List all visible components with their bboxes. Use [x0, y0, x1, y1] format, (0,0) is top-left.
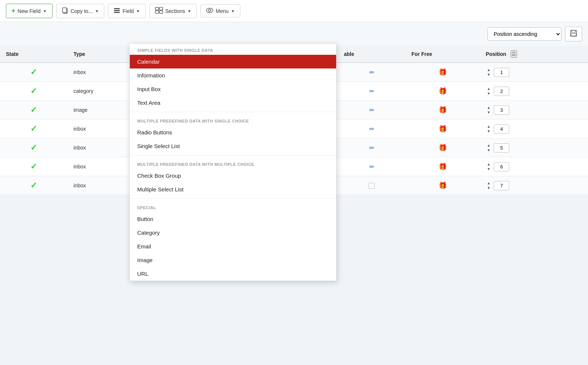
cell-forfree: 🎁	[406, 120, 480, 138]
gift-icon[interactable]: 🎁	[439, 182, 447, 189]
dropdown-item-calendar[interactable]: Calendar	[130, 55, 336, 68]
dropdown-item-radio-buttons[interactable]: Radio Buttons	[130, 125, 336, 139]
position-controls: ▲ ▼	[486, 181, 582, 190]
position-down-button[interactable]: ▼	[486, 186, 492, 190]
new-field-button[interactable]: + New Field ▼	[6, 4, 53, 18]
cell-state: ✓	[0, 157, 68, 176]
col-header-state: State	[0, 46, 68, 63]
cell-position: ▲ ▼	[480, 101, 588, 120]
svg-rect-2	[114, 8, 120, 9]
cell-state: ✓	[0, 176, 68, 195]
sections-button[interactable]: Sections ▼	[149, 4, 197, 18]
dropdown-item-input-box[interactable]: Input Box	[130, 82, 336, 96]
dropdown-divider	[130, 198, 336, 199]
cell-editable: ✏	[338, 157, 406, 176]
position-up-button[interactable]: ▲	[486, 143, 492, 148]
dropdown-item-url[interactable]: URL	[130, 267, 336, 281]
edit-icon[interactable]: ✏	[369, 88, 374, 94]
dropdown-item-email[interactable]: Email	[130, 240, 336, 253]
svg-point-9	[206, 8, 213, 13]
gift-icon[interactable]: 🎁	[439, 87, 447, 95]
state-check-icon: ✓	[30, 86, 37, 96]
cell-forfree: 🎁	[406, 157, 480, 176]
menu-chevron: ▼	[231, 9, 235, 13]
dropdown-item-text-area[interactable]: Text Area	[130, 96, 336, 110]
dropdown-item-button[interactable]: Button	[130, 212, 336, 226]
dropdown-item-information[interactable]: Information	[130, 68, 336, 82]
dropdown-item-single-select-list[interactable]: Single Select List	[130, 139, 336, 153]
cell-forfree: 🎁	[406, 101, 480, 120]
position-down-button[interactable]: ▼	[486, 167, 492, 171]
editable-checkbox[interactable]	[369, 183, 375, 189]
new-field-label: New Field	[18, 8, 41, 14]
cell-forfree: 🎁	[406, 63, 480, 82]
svg-rect-6	[159, 7, 163, 10]
svg-rect-4	[114, 12, 120, 13]
position-input[interactable]	[494, 143, 509, 153]
table-area: Position ascending Position descending N…	[0, 22, 588, 195]
copy-icon	[62, 7, 68, 15]
edit-icon[interactable]: ✏	[369, 69, 374, 76]
svg-point-10	[209, 9, 211, 11]
svg-rect-12	[572, 30, 575, 33]
dropdown-item-multiple-select-list[interactable]: Multiple Select List	[130, 182, 336, 196]
edit-icon[interactable]: ✏	[369, 107, 374, 113]
cell-state: ✓	[0, 82, 68, 101]
dropdown-section-header-3: SPECIAL	[130, 201, 336, 212]
edit-icon[interactable]: ✏	[369, 164, 374, 170]
col-header-position: Position ☰	[480, 46, 588, 63]
position-input[interactable]	[494, 68, 509, 77]
position-input[interactable]	[494, 181, 509, 190]
position-menu-icon[interactable]: ☰	[511, 50, 517, 58]
cell-position: ▲ ▼	[480, 157, 588, 176]
position-controls: ▲ ▼	[486, 124, 582, 134]
position-input[interactable]	[494, 106, 509, 115]
copy-to-button[interactable]: Copy to... ▼	[56, 4, 105, 18]
position-up-button[interactable]: ▲	[486, 68, 492, 72]
position-down-button[interactable]: ▼	[486, 129, 492, 134]
position-down-button[interactable]: ▼	[486, 91, 492, 96]
position-input[interactable]	[494, 124, 509, 134]
position-up-button[interactable]: ▲	[486, 162, 492, 167]
gift-icon[interactable]: 🎁	[439, 144, 447, 151]
sections-label: Sections	[165, 8, 185, 14]
position-down-button[interactable]: ▼	[486, 110, 492, 115]
dropdown-item-image[interactable]: Image	[130, 253, 336, 267]
gift-icon[interactable]: 🎁	[439, 68, 447, 76]
position-controls: ▲ ▼	[486, 87, 582, 96]
position-down-button[interactable]: ▼	[486, 148, 492, 153]
cell-forfree: 🎁	[406, 138, 480, 157]
dropdown-section-header-2: MULTIPLE PREDEFINED DATA WITH MULTIPLE C…	[130, 158, 336, 169]
save-button[interactable]	[565, 27, 582, 41]
sort-select[interactable]: Position ascending Position descending N…	[487, 27, 561, 41]
cell-editable: ✏	[338, 63, 406, 82]
sort-bar: Position ascending Position descending N…	[0, 22, 588, 46]
dropdown-section-header-1: MULTIPLE PREDEFINED DATA WITH SINGLE CHO…	[130, 114, 336, 125]
dropdown-item-check-box-group[interactable]: Check Box Group	[130, 169, 336, 182]
position-up-button[interactable]: ▲	[486, 106, 492, 110]
gift-icon[interactable]: 🎁	[439, 106, 447, 114]
position-input[interactable]	[494, 162, 509, 171]
position-up-button[interactable]: ▲	[486, 181, 492, 185]
field-button[interactable]: Field ▼	[108, 4, 145, 18]
position-input[interactable]	[494, 87, 509, 96]
edit-icon[interactable]: ✏	[369, 126, 374, 132]
position-up-button[interactable]: ▲	[486, 124, 492, 129]
cell-state: ✓	[0, 101, 68, 120]
position-controls: ▲ ▼	[486, 106, 582, 115]
dropdown-item-category[interactable]: Category	[130, 226, 336, 240]
position-up-button[interactable]: ▲	[486, 87, 492, 91]
arrow-group: ▲ ▼	[486, 124, 492, 134]
cell-editable: ✏	[338, 138, 406, 157]
svg-rect-7	[155, 11, 159, 13]
gift-icon[interactable]: 🎁	[439, 125, 447, 133]
position-controls: ▲ ▼	[486, 143, 582, 153]
cell-forfree: 🎁	[406, 82, 480, 101]
gift-icon[interactable]: 🎁	[439, 163, 447, 170]
cell-position: ▲ ▼	[480, 63, 588, 82]
edit-icon[interactable]: ✏	[369, 145, 374, 151]
col-header-forfree: For Free	[406, 46, 480, 63]
menu-button[interactable]: Menu ▼	[200, 4, 240, 17]
field-chevron: ▼	[136, 9, 140, 13]
position-down-button[interactable]: ▼	[486, 73, 492, 77]
